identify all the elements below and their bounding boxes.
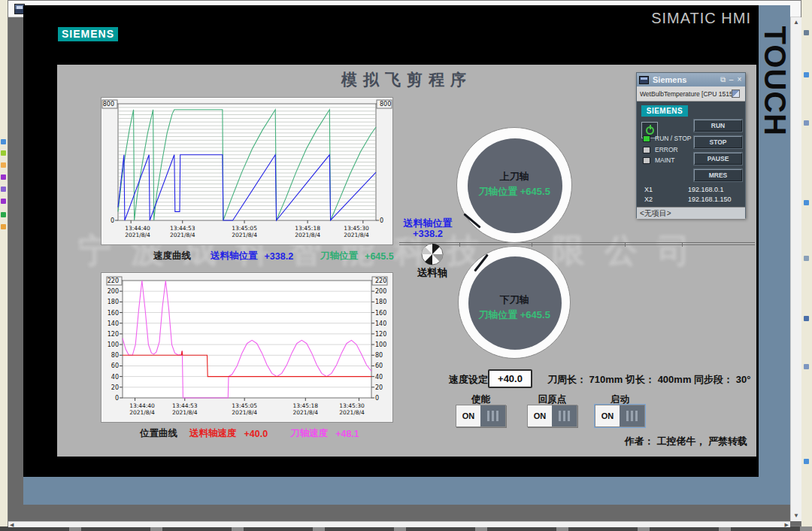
upper-shaft-pos-value: +645.5 xyxy=(520,186,550,197)
speed-setting-input[interactable]: +40.0 xyxy=(488,369,532,388)
svg-text:80: 80 xyxy=(111,352,119,359)
legend-feed-pos-value: +338.2 xyxy=(265,251,294,262)
hmi-screen: SIEMENS SIMATIC HMI 模拟飞剪程序 宁波成科智能科技有限公司 … xyxy=(23,5,759,477)
toolbar-icon xyxy=(804,120,809,126)
plcsim-stop-button[interactable]: STOP xyxy=(694,136,742,148)
toolbar-icon xyxy=(804,256,809,261)
svg-text:13:44:40: 13:44:40 xyxy=(129,402,155,409)
home-switch-state: ON xyxy=(528,405,552,426)
svg-text:180: 180 xyxy=(375,299,386,305)
hmi-page: 模拟飞剪程序 宁波成科智能科技有限公司 0080080013:44:402021… xyxy=(57,65,756,457)
material-tick xyxy=(459,242,460,247)
material-tick xyxy=(625,242,626,247)
led-maint: MAINT xyxy=(643,156,674,164)
plcsim-run-button[interactable]: RUN xyxy=(694,120,742,132)
scroll-up-arrow[interactable]: ▲ xyxy=(791,17,801,28)
svg-text:40: 40 xyxy=(375,374,383,381)
legend-title: 速度曲线 xyxy=(153,250,191,262)
plcsim-pause-button[interactable]: PAUSE xyxy=(694,153,742,165)
feed-position-readout: 送料轴位置 +338.2 xyxy=(383,218,473,239)
touch-label: TOUCH xyxy=(758,26,792,115)
svg-text:0: 0 xyxy=(375,395,379,402)
start-switch[interactable]: ON xyxy=(595,405,645,427)
svg-text:200: 200 xyxy=(375,288,386,295)
plcsim-device-name: WetBulbTemperature [CPU 1515-2 PN xyxy=(640,90,732,98)
lower-shaft-position: 刀轴位置 +645.5 xyxy=(459,308,570,322)
start-switch-state: ON xyxy=(595,405,620,426)
scroll-left-arrow[interactable]: ◀ xyxy=(10,522,14,527)
plcsim-device-selector[interactable]: WetBulbTemperature [CPU 1515-2 PN xyxy=(637,86,745,102)
speed-setting-label: 速度设定 xyxy=(449,373,488,387)
home-switch[interactable]: ON xyxy=(527,405,577,427)
svg-text:200: 200 xyxy=(108,288,119,295)
svg-text:0: 0 xyxy=(115,395,119,402)
toolbar-icon xyxy=(1,199,6,204)
trend-chart-position: 0020204040606080801001001201201401401601… xyxy=(101,272,393,423)
svg-text:140: 140 xyxy=(108,320,119,327)
led-error: ERROR xyxy=(643,146,678,153)
svg-text:13:45:30: 13:45:30 xyxy=(344,225,369,232)
plcsim-float-button[interactable]: ⧉ xyxy=(719,74,727,86)
toolbar-icon xyxy=(804,200,809,205)
plcsim-device-icon[interactable] xyxy=(732,90,740,98)
legend-title: 位置曲线 xyxy=(140,427,177,440)
svg-text:800: 800 xyxy=(380,101,391,108)
enable-switch[interactable]: ON xyxy=(456,405,506,427)
svg-text:60: 60 xyxy=(375,363,383,369)
toolbar-icon xyxy=(1,212,6,217)
led-label: MAINT xyxy=(655,156,674,164)
svg-text:20: 20 xyxy=(111,384,119,391)
toolbar-icon xyxy=(1,139,6,144)
material-tick xyxy=(682,242,683,247)
start-switch-handle[interactable] xyxy=(620,405,644,426)
lower-knife-shaft: 下刀轴 刀轴位置 +645.5 xyxy=(458,246,571,359)
svg-text:2021/8/4: 2021/8/4 xyxy=(339,409,365,416)
plcsim-close-button[interactable]: × xyxy=(735,74,744,86)
svg-text:120: 120 xyxy=(375,331,386,338)
svg-text:2021/8/4: 2021/8/4 xyxy=(125,232,150,238)
feed-axis-label: 送料轴 xyxy=(401,266,463,280)
toolbar-icon xyxy=(1,150,6,156)
upper-shaft-position: 刀轴位置 +645.5 xyxy=(457,185,571,199)
lower-shaft-pos-value: +645.5 xyxy=(520,309,550,320)
legend-knife-pos-label: 刀轴位置 xyxy=(320,250,358,262)
enable-switch-handle[interactable] xyxy=(480,405,505,426)
plcsim-minimize-button[interactable]: – xyxy=(727,74,735,86)
legend-knife-pos-value: +645.5 xyxy=(365,251,394,262)
vertical-scrollbar[interactable]: ▲ ▼ xyxy=(790,17,801,521)
plcsim-app-icon xyxy=(639,76,649,84)
trend-chart-speed: 0080080013:44:402021/8/413:44:532021/8/4… xyxy=(101,97,393,245)
plcsim-panel-window: Siemens ⧉ – × WetBulbTemperature [CPU 15… xyxy=(636,72,746,218)
speed-chart-legend: 速度曲线 送料轴位置 +338.2 刀轴位置 +645.5 xyxy=(101,250,417,262)
svg-text:13:45:30: 13:45:30 xyxy=(339,402,365,409)
svg-text:800: 800 xyxy=(103,101,114,108)
toolbar-icon xyxy=(804,30,809,35)
svg-text:20: 20 xyxy=(375,384,383,391)
plcsim-titlebar[interactable]: Siemens ⧉ – × xyxy=(637,73,745,86)
home-switch-handle[interactable] xyxy=(552,405,577,426)
toolbar-icon xyxy=(1,174,6,180)
scroll-down-arrow[interactable]: ▼ xyxy=(791,511,801,521)
plcsim-mres-button[interactable]: MRES xyxy=(694,169,742,181)
maint-led xyxy=(643,157,650,164)
svg-text:220: 220 xyxy=(375,278,386,284)
svg-text:120: 120 xyxy=(108,331,119,338)
led-run-stop: RUN / STOP xyxy=(643,135,692,142)
svg-text:2021/8/4: 2021/8/4 xyxy=(129,409,155,416)
siemens-logo: SIEMENS xyxy=(58,27,118,41)
interface-x2-ip: 192.168.1.150 xyxy=(688,196,732,203)
scroll-right-arrow[interactable]: ▶ xyxy=(785,522,789,527)
svg-text:100: 100 xyxy=(108,341,119,348)
desktop: SIMATIC WinCC Runtime Advanced – □ × SIE… xyxy=(0,0,812,531)
power-icon xyxy=(646,126,654,135)
legend-feed-pos-label: 送料轴位置 xyxy=(211,250,258,262)
toolbar-icon xyxy=(1,162,6,168)
plcsim-project-status: <无项目> xyxy=(637,207,745,219)
upper-shaft-name: 上刀轴 xyxy=(457,170,571,184)
upper-knife-shaft: 上刀轴 刀轴位置 +645.5 xyxy=(456,127,572,243)
horizontal-scrollbar[interactable]: ◀ ▶ xyxy=(8,521,790,527)
svg-text:180: 180 xyxy=(108,299,119,305)
hmi-bezel-bottom xyxy=(23,477,759,505)
svg-text:100: 100 xyxy=(375,341,386,348)
feed-encoder-wheel-icon xyxy=(421,243,444,266)
